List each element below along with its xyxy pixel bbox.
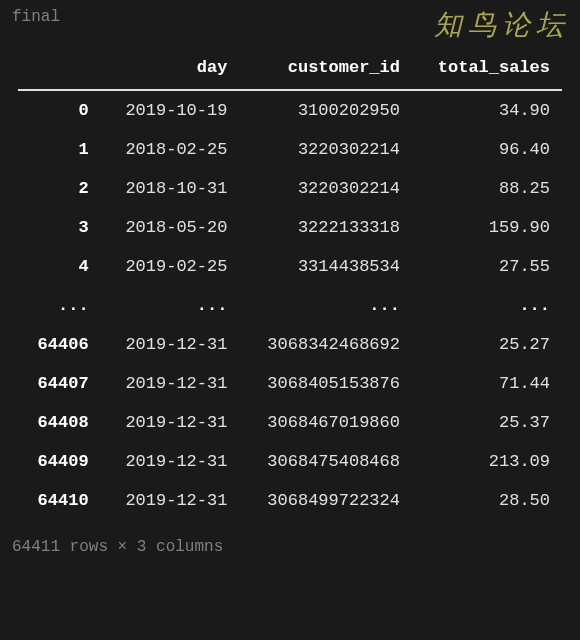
cell-customer-id: 3100202950 <box>239 90 412 130</box>
cell-day: 2018-02-25 <box>101 130 240 169</box>
index-header <box>18 50 101 90</box>
cell-customer-id: 3220302214 <box>239 169 412 208</box>
table-row: 644092019-12-313068475408468213.09 <box>18 442 562 481</box>
cell-total-sales: 159.90 <box>412 208 562 247</box>
table-row: 12018-02-25322030221496.40 <box>18 130 562 169</box>
table-row: 02019-10-19310020295034.90 <box>18 90 562 130</box>
cell-customer-id: 3068499722324 <box>239 481 412 520</box>
cell-customer-id: 3068405153876 <box>239 364 412 403</box>
cell-total-sales: 96.40 <box>412 130 562 169</box>
cell-customer-id: 3068467019860 <box>239 403 412 442</box>
cell-day: ... <box>101 286 240 325</box>
row-index: 1 <box>18 130 101 169</box>
table-row: 644082019-12-31306846701986025.37 <box>18 403 562 442</box>
cell-total-sales: 25.27 <box>412 325 562 364</box>
cell-total-sales: 28.50 <box>412 481 562 520</box>
cell-customer-id: ... <box>239 286 412 325</box>
header-row: day customer_id total_sales <box>18 50 562 90</box>
table-row: 42019-02-25331443853427.55 <box>18 247 562 286</box>
table-row: 644072019-12-31306840515387671.44 <box>18 364 562 403</box>
row-index: 0 <box>18 90 101 130</box>
row-index: 64407 <box>18 364 101 403</box>
watermark-text: 知鸟论坛 <box>434 6 570 44</box>
cell-total-sales: 34.90 <box>412 90 562 130</box>
row-index: 64408 <box>18 403 101 442</box>
dataframe-output: day customer_id total_sales 02019-10-193… <box>0 30 580 528</box>
cell-day: 2019-12-31 <box>101 364 240 403</box>
row-index: 4 <box>18 247 101 286</box>
cell-customer-id: 3314438534 <box>239 247 412 286</box>
cell-total-sales: 71.44 <box>412 364 562 403</box>
table-row: 22018-10-31322030221488.25 <box>18 169 562 208</box>
table-row: 644102019-12-31306849972232428.50 <box>18 481 562 520</box>
cell-day: 2019-12-31 <box>101 481 240 520</box>
cell-total-sales: 213.09 <box>412 442 562 481</box>
table-row: 644062019-12-31306834246869225.27 <box>18 325 562 364</box>
cell-total-sales: ... <box>412 286 562 325</box>
cell-customer-id: 3220302214 <box>239 130 412 169</box>
col-header-total-sales: total_sales <box>412 50 562 90</box>
table-row: ............ <box>18 286 562 325</box>
cell-day: 2018-10-31 <box>101 169 240 208</box>
dataframe-table: day customer_id total_sales 02019-10-193… <box>18 50 562 520</box>
cell-customer-id: 3222133318 <box>239 208 412 247</box>
cell-customer-id: 3068475408468 <box>239 442 412 481</box>
col-header-customer-id: customer_id <box>239 50 412 90</box>
cell-day: 2019-12-31 <box>101 325 240 364</box>
cell-day: 2019-12-31 <box>101 442 240 481</box>
cell-day: 2019-10-19 <box>101 90 240 130</box>
col-header-day: day <box>101 50 240 90</box>
row-index: 64410 <box>18 481 101 520</box>
cell-day: 2019-12-31 <box>101 403 240 442</box>
row-index: 2 <box>18 169 101 208</box>
row-index: 64409 <box>18 442 101 481</box>
dataframe-summary: 64411 rows × 3 columns <box>0 528 580 564</box>
row-index: 64406 <box>18 325 101 364</box>
row-index: 3 <box>18 208 101 247</box>
cell-day: 2018-05-20 <box>101 208 240 247</box>
cell-customer-id: 3068342468692 <box>239 325 412 364</box>
cell-total-sales: 27.55 <box>412 247 562 286</box>
table-row: 32018-05-203222133318159.90 <box>18 208 562 247</box>
row-index: ... <box>18 286 101 325</box>
cell-total-sales: 88.25 <box>412 169 562 208</box>
cell-total-sales: 25.37 <box>412 403 562 442</box>
cell-day: 2019-02-25 <box>101 247 240 286</box>
